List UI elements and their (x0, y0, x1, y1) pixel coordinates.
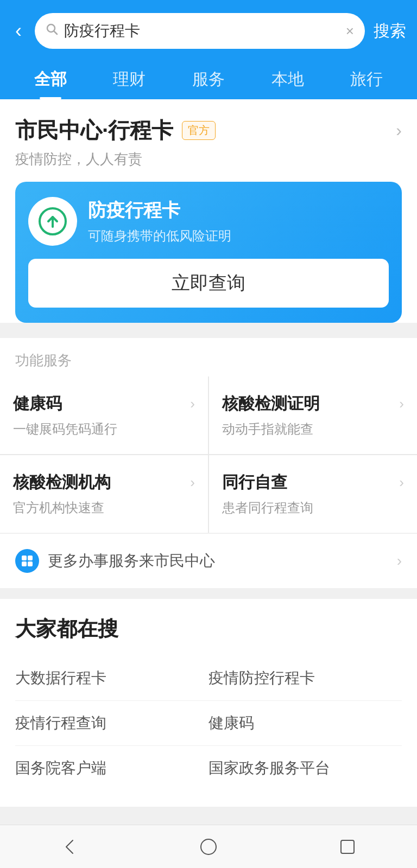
tab-travel[interactable]: 旅行 (327, 68, 406, 99)
popular-item-gov-platform[interactable]: 国家政务服务平台 (208, 746, 402, 790)
service-chevron-icon: › (399, 395, 404, 412)
search-input[interactable]: 防疫行程卡 (64, 21, 340, 41)
back-button[interactable]: ‹ (11, 17, 26, 44)
official-badge: 官方 (182, 121, 216, 140)
svg-point-8 (201, 839, 216, 854)
service-name: 核酸检测机构 (13, 471, 111, 494)
service-chevron-icon: › (190, 395, 195, 412)
services-grid: 健康码 › 一键展码凭码通行 核酸检测证明 › 动动手指就能查 核酸检测机构 ›… (0, 376, 417, 533)
header: ‹ 防疫行程卡 × 搜索 全部 理财 服务 本地 旅行 (0, 0, 417, 99)
service-companion-check[interactable]: 同行自查 › 患者同行程查询 (209, 455, 417, 533)
card-subtitle: 疫情防控，人人有责 (15, 150, 402, 169)
service-name: 同行自查 (222, 471, 287, 494)
more-services-text: 更多办事服务来市民中心 (48, 551, 388, 571)
feature-box: 防疫行程卡 可随身携带的低风险证明 立即查询 (15, 182, 402, 323)
service-name: 核酸检测证明 (222, 393, 320, 415)
search-icon (46, 23, 59, 39)
tabs: 全部 理财 服务 本地 旅行 (11, 58, 406, 99)
svg-rect-5 (28, 556, 33, 560)
query-button[interactable]: 立即查询 (28, 259, 389, 308)
nav-back-button[interactable] (56, 833, 83, 860)
popular-item-trip-query[interactable]: 疫情行程查询 (15, 701, 208, 746)
card-header: 市民中心·行程卡 官方 › (15, 116, 402, 145)
popular-section: 大家都在搜 大数据行程卡 疫情防控行程卡 疫情行程查询 健康码 国务院客户端 国… (0, 599, 417, 807)
service-chevron-icon: › (190, 474, 195, 491)
tab-all[interactable]: 全部 (11, 68, 90, 99)
section-label: 功能服务 (0, 338, 417, 376)
bottom-navigation (0, 825, 417, 868)
feature-top: 防疫行程卡 可随身携带的低风险证明 (28, 197, 389, 246)
popular-item-health-code[interactable]: 健康码 (208, 701, 402, 746)
nav-home-button[interactable] (195, 833, 222, 860)
service-desc: 一键展码凭码通行 (13, 420, 195, 438)
section-divider (0, 588, 417, 599)
more-services-link[interactable]: 更多办事服务来市民中心 › (0, 533, 417, 588)
feature-desc: 可随身携带的低风险证明 (88, 227, 231, 245)
service-header: 同行自查 › (222, 471, 404, 494)
clear-button[interactable]: × (346, 23, 354, 40)
svg-rect-6 (22, 561, 27, 566)
card-title: 市民中心·行程卡 (15, 116, 173, 145)
popular-item-big-data[interactable]: 大数据行程卡 (15, 656, 208, 701)
service-desc: 患者同行程查询 (222, 499, 404, 516)
service-nucleic-org[interactable]: 核酸检测机构 › 官方机构快速查 (0, 455, 208, 533)
service-health-code[interactable]: 健康码 › 一键展码凭码通行 (0, 376, 208, 454)
svg-rect-7 (28, 561, 33, 566)
more-chevron-icon: › (397, 552, 402, 570)
nav-recents-button[interactable] (334, 833, 361, 860)
service-nucleic-cert[interactable]: 核酸检测证明 › 动动手指就能查 (209, 376, 417, 454)
feature-texts: 防疫行程卡 可随身携带的低风险证明 (88, 198, 231, 245)
feature-name: 防疫行程卡 (88, 198, 231, 223)
search-bar: ‹ 防疫行程卡 × 搜索 (11, 13, 406, 49)
service-chevron-icon: › (399, 474, 404, 491)
service-desc: 官方机构快速查 (13, 499, 195, 516)
card-chevron-icon[interactable]: › (396, 120, 402, 141)
feature-icon (28, 197, 77, 246)
tab-local[interactable]: 本地 (248, 68, 327, 99)
services-section: 功能服务 健康码 › 一键展码凭码通行 核酸检测证明 › 动动手指就能查 核酸检… (0, 338, 417, 588)
popular-title: 大家都在搜 (15, 615, 402, 643)
tab-finance[interactable]: 理财 (90, 68, 169, 99)
svg-line-1 (54, 31, 58, 35)
main-content: 市民中心·行程卡 官方 › 疫情防控，人人有责 防疫行程卡 可随身携带的低风险证… (0, 99, 417, 861)
svg-rect-9 (341, 840, 354, 853)
service-header: 核酸检测证明 › (222, 393, 404, 415)
popular-item-state-council[interactable]: 国务院客户端 (15, 746, 208, 790)
service-desc: 动动手指就能查 (222, 420, 404, 438)
service-name: 健康码 (13, 393, 62, 415)
search-input-wrap: 防疫行程卡 × (35, 13, 365, 49)
service-header: 核酸检测机构 › (13, 471, 195, 494)
service-header: 健康码 › (13, 393, 195, 415)
tab-service[interactable]: 服务 (169, 68, 248, 99)
search-button[interactable]: 搜索 (374, 20, 406, 42)
card-title-wrap: 市民中心·行程卡 官方 (15, 116, 216, 145)
popular-grid: 大数据行程卡 疫情防控行程卡 疫情行程查询 健康码 国务院客户端 国家政务服务平… (15, 656, 402, 790)
mini-app-card: 市民中心·行程卡 官方 › 疫情防控，人人有责 防疫行程卡 可随身携带的低风险证… (0, 99, 417, 323)
popular-item-epidemic-pass[interactable]: 疫情防控行程卡 (208, 656, 402, 701)
more-services-icon (15, 549, 39, 573)
svg-rect-4 (22, 556, 27, 560)
